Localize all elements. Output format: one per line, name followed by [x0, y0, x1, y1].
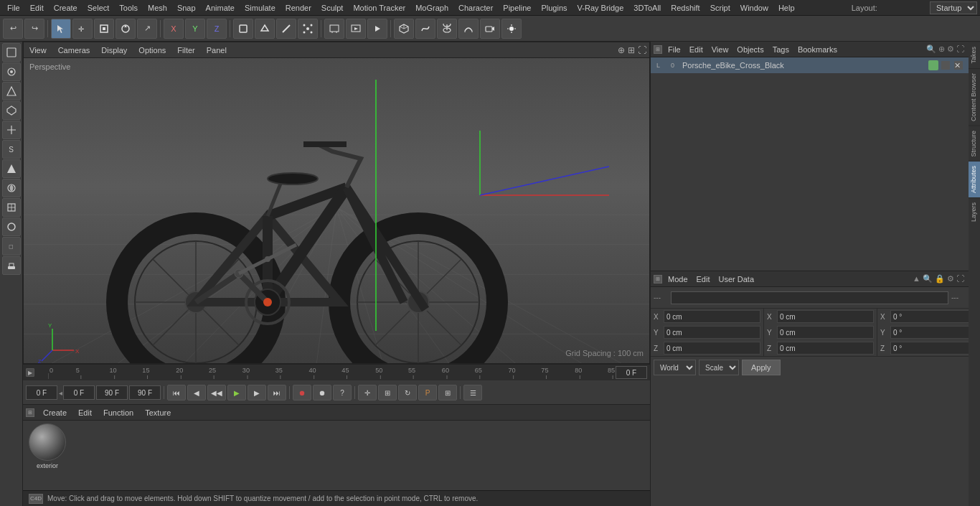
attr-userdata-menu[interactable]: User Data	[716, 273, 758, 285]
frame-end-input[interactable]	[129, 385, 161, 400]
om-view-menu[interactable]: View	[709, 44, 732, 55]
viewport-menu-filter[interactable]: Filter	[174, 44, 197, 56]
timeline-collapse-icon[interactable]: ▶	[26, 368, 34, 377]
tab-content-browser[interactable]: Content Browser	[969, 68, 980, 126]
select-tool-button[interactable]	[51, 19, 71, 39]
preview-start-input[interactable]	[63, 385, 95, 400]
preview-end-input[interactable]	[96, 385, 128, 400]
render-view-button[interactable]	[346, 19, 366, 39]
all-key-button[interactable]: ⊞	[438, 385, 457, 400]
timeline-mode-button[interactable]: ☰	[463, 385, 482, 400]
viewport-expand-icon[interactable]: ⊕	[618, 45, 625, 55]
menu-file[interactable]: File	[3, 2, 24, 14]
menu-animate[interactable]: Animate	[202, 2, 239, 14]
step-back-button[interactable]: ◀	[187, 385, 206, 400]
attr-edit-menu[interactable]: Edit	[694, 273, 713, 285]
rot-x-input[interactable]	[890, 310, 969, 323]
tab-takes[interactable]: Takes	[969, 42, 980, 68]
menu-edit[interactable]: Edit	[26, 2, 48, 14]
go-to-start-button[interactable]: ⏮	[167, 385, 186, 400]
step-forward-button[interactable]: ▶	[248, 385, 266, 400]
om-search-icon[interactable]: 🔍	[926, 44, 936, 54]
left-tool-9[interactable]	[2, 217, 21, 236]
left-tool-4[interactable]	[2, 121, 21, 139]
scale-key-button[interactable]: ⊞	[378, 385, 397, 400]
left-tool-3[interactable]	[2, 101, 21, 120]
om-settings-icon[interactable]: ⚙	[947, 44, 954, 54]
viewport-menu-display[interactable]: Display	[98, 44, 130, 56]
menu-plugins[interactable]: Plugins	[537, 2, 571, 14]
left-tool-11[interactable]	[2, 256, 21, 275]
menu-redshift[interactable]: Redshift	[666, 2, 704, 14]
param-key-button[interactable]: P	[418, 385, 437, 400]
om-edit-menu[interactable]: Edit	[687, 44, 706, 55]
size-y-input[interactable]	[777, 326, 874, 339]
menu-render[interactable]: Render	[281, 2, 316, 14]
viewport-fullscreen-icon[interactable]: ⛶	[638, 45, 646, 55]
tab-structure[interactable]: Structure	[969, 126, 980, 161]
move-tool-button[interactable]: ✛	[72, 19, 93, 39]
undo-button[interactable]: ↩	[3, 19, 23, 39]
am-search-icon[interactable]: 🔍	[923, 274, 933, 284]
menu-motion-tracker[interactable]: Motion Tracker	[349, 2, 410, 14]
layout-select[interactable]: Startup	[930, 1, 977, 14]
menu-vray[interactable]: V-Ray Bridge	[573, 2, 628, 14]
light-button[interactable]	[501, 19, 522, 39]
obj-vis-1[interactable]	[941, 61, 950, 70]
move-key-button[interactable]: ✛	[358, 385, 377, 400]
spline-button[interactable]	[415, 19, 435, 39]
y-axis-button[interactable]: Y	[185, 19, 205, 39]
menu-window[interactable]: Window	[736, 2, 773, 14]
viewport-layout-icon[interactable]: ⊞	[628, 45, 635, 55]
play-reverse-button[interactable]: ◀◀	[207, 385, 226, 400]
obj-vis-2[interactable]: ✕	[954, 61, 963, 70]
menu-character[interactable]: Character	[454, 2, 497, 14]
record-button[interactable]: ⏺	[293, 385, 311, 400]
material-panel-icon[interactable]: ⊞	[26, 408, 34, 417]
menu-simulate[interactable]: Simulate	[240, 2, 280, 14]
left-tool-8[interactable]	[2, 198, 21, 217]
z-axis-button[interactable]: Z	[207, 19, 227, 39]
menu-3dtoall[interactable]: 3DToAll	[629, 2, 665, 14]
coord-space-select[interactable]: World Object	[654, 360, 696, 375]
edge-mode-button[interactable]	[276, 19, 296, 39]
material-edit-menu[interactable]: Edit	[75, 407, 95, 418]
size-z-input[interactable]	[777, 342, 874, 355]
render-button[interactable]	[367, 19, 387, 39]
rot-y-input[interactable]	[890, 326, 969, 339]
camera-button[interactable]	[480, 19, 500, 39]
play-button[interactable]: ▶	[227, 385, 246, 400]
tab-attributes[interactable]: Attributes	[969, 161, 980, 197]
menu-help[interactable]: Help	[774, 2, 799, 14]
am-expand-icon[interactable]: ⛶	[956, 274, 964, 284]
menu-mograph[interactable]: MoGraph	[411, 2, 453, 14]
om-tags-menu[interactable]: Tags	[770, 44, 792, 55]
object-mode-button[interactable]	[233, 19, 253, 39]
pos-x-input[interactable]	[664, 310, 760, 323]
material-item-exterior[interactable]: exterior	[26, 423, 69, 474]
material-function-menu[interactable]: Function	[100, 407, 136, 418]
point-mode-button[interactable]	[298, 19, 318, 39]
left-tool-7[interactable]	[2, 179, 21, 197]
scale-tool-button[interactable]	[94, 19, 114, 39]
current-frame-input[interactable]	[616, 366, 647, 379]
obj-color-chip[interactable]	[928, 60, 938, 70]
menu-mesh[interactable]: Mesh	[143, 2, 171, 14]
rotate-key-button[interactable]: ↻	[398, 385, 417, 400]
render-region-button[interactable]	[324, 19, 344, 39]
help-button[interactable]: ?	[333, 385, 352, 400]
menu-select[interactable]: Select	[83, 2, 114, 14]
nurbs-button[interactable]	[437, 19, 457, 39]
material-texture-menu[interactable]: Texture	[142, 407, 174, 418]
transform-tool-button[interactable]: ↗	[137, 19, 157, 39]
om-objects-menu[interactable]: Objects	[734, 44, 766, 55]
autokey-button[interactable]: ⏺	[313, 385, 331, 400]
left-tool-10[interactable]: ◻	[2, 237, 21, 256]
object-row-bike[interactable]: L 0 Porsche_eBike_Cross_Black ✕	[651, 57, 969, 73]
om-filter-icon[interactable]: ⊕	[938, 44, 945, 54]
coord-mode-select[interactable]: Scale Size	[699, 360, 739, 375]
timeline-ruler[interactable]: ▶ 0 5 10 15	[23, 365, 650, 380]
viewport-menu-options[interactable]: Options	[136, 44, 169, 56]
pos-y-input[interactable]	[664, 326, 760, 339]
menu-tools[interactable]: Tools	[115, 2, 142, 14]
